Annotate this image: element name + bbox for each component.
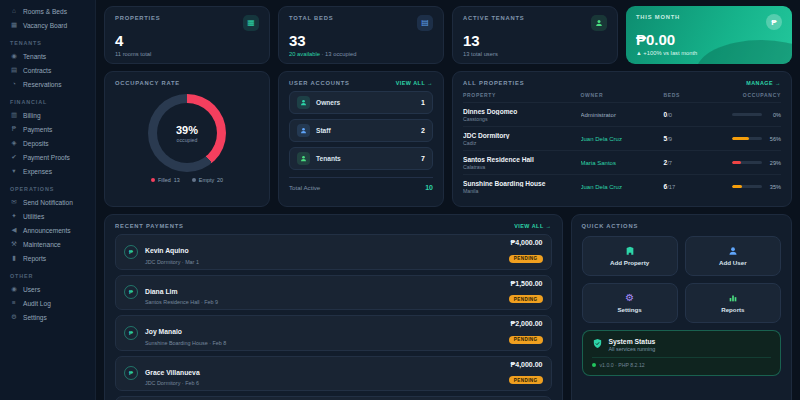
payment-row[interactable]: ₱ Joy ManaloSunshine Boarding House · Fe…: [115, 315, 552, 351]
occupancy-percent: 35%: [766, 184, 781, 190]
shield-check-icon: [592, 338, 603, 349]
sidebar-item-send-notification[interactable]: ✉ Send Notification: [0, 195, 95, 209]
stat-label: TOTAL BEDS: [289, 15, 333, 21]
user-role-label: Tenants: [316, 155, 415, 162]
clock-icon: ◔: [10, 81, 18, 88]
sidebar-item-tenants[interactable]: ◉ Tenants: [0, 49, 95, 63]
payment-amount: ₱2,000.00: [509, 320, 543, 327]
sidebar-item-utilities[interactable]: ✦ Utilities: [0, 209, 95, 223]
property-row[interactable]: Dinnes DogomeoCasstongs Administrator 0/…: [463, 102, 781, 126]
payment-row[interactable]: ₱ Mark BautistaSunshine Boarding House ·…: [115, 396, 552, 400]
version-line: v1.0.0 · PHP 8.2.12: [592, 357, 772, 368]
property-owner: Juan Dela Cruz: [581, 136, 658, 142]
sidebar-item-billing[interactable]: ▥ Billing: [0, 108, 95, 122]
sidebar-item-maintenance[interactable]: ⚒ Maintenance: [0, 237, 95, 251]
sidebar-item-label: Contracts: [23, 67, 51, 74]
user-row-tenants[interactable]: Tenants 7: [289, 147, 433, 170]
sidebar-item-payment-proofs[interactable]: ✔ Payment Proofs: [0, 150, 95, 164]
status-badge: PENDING: [509, 336, 543, 344]
sidebar-item-payments[interactable]: ₱ Payments: [0, 122, 95, 136]
payment-row[interactable]: ₱ Diana LimSantos Residence Hall · Feb 9…: [115, 275, 552, 311]
user-row-owners[interactable]: Owners 1: [289, 91, 433, 114]
user-role-label: Staff: [316, 127, 415, 134]
payment-detail: Sunshine Boarding House · Feb 8: [145, 340, 226, 346]
stat-sub: 11 rooms total: [115, 51, 259, 57]
stat-card-properties: PROPERTIES ▦ 4 11 rooms total: [104, 6, 270, 64]
reports-button[interactable]: Reports: [685, 283, 781, 323]
occupancy-bar: [732, 161, 762, 164]
sidebar-item-vacancy-board[interactable]: ▦ Vacancy Board: [0, 18, 95, 32]
payment-peso-icon: ₱: [124, 366, 138, 380]
payer-name: Grace Villanueva: [145, 369, 200, 376]
tenant-person-icon: [297, 152, 310, 165]
occupancy-bar-fill: [732, 161, 741, 164]
sidebar-item-users[interactable]: ◉ Users: [0, 282, 95, 296]
property-location: Calatrava: [463, 164, 575, 170]
stat-value: 13: [463, 33, 607, 48]
payment-row[interactable]: ₱ Grace VillanuevaJDC Dormitory · Feb 6 …: [115, 356, 552, 392]
occupancy-bar: [732, 113, 762, 116]
quick-action-label: Add User: [719, 259, 747, 266]
property-beds: 0/0: [663, 111, 701, 118]
version-text: v1.0.0 · PHP 8.2.12: [600, 362, 645, 368]
sidebar-item-label: Maintenance: [23, 241, 61, 248]
occupancy-rate-card: OCCUPANCY RATE 39% occupied Filled 13 Em…: [104, 71, 270, 207]
beds-total: /0: [667, 112, 672, 118]
beds-total: /17: [667, 184, 675, 190]
occupancy-percent: 56%: [766, 136, 781, 142]
occupancy-donut: 39% occupied: [148, 94, 226, 172]
wrench-icon: ⚒: [10, 241, 18, 248]
sidebar-item-reservations[interactable]: ◔ Reservations: [0, 77, 95, 91]
payment-row[interactable]: ₱ Kevin AquinoJDC Dormitory · Mar 1 ₱4,0…: [115, 234, 552, 270]
legend-empty: Empty 20: [192, 177, 223, 183]
sidebar-item-label: Settings: [23, 314, 47, 321]
occupancy-percent-label: occupied: [177, 137, 198, 143]
quick-actions-card: QUICK ACTIONS Add Property Add User ⚙: [571, 214, 793, 400]
sidebar-item-label: Send Notification: [23, 199, 73, 206]
card-title: RECENT PAYMENTS: [115, 223, 184, 229]
view-all-payments-link[interactable]: VIEW ALL →: [514, 223, 551, 229]
payment-amount: ₱4,000.00: [509, 239, 543, 246]
stat-value: 4: [115, 33, 259, 48]
sidebar-item-reports[interactable]: ▮ Reports: [0, 251, 95, 265]
add-property-button[interactable]: Add Property: [582, 236, 678, 276]
dashboard-main: PROPERTIES ▦ 4 11 rooms total TOTAL BEDS…: [96, 0, 800, 400]
user-row-staff[interactable]: Staff 2: [289, 119, 433, 142]
sidebar-item-label: Tenants: [23, 53, 46, 60]
payment-peso-icon: ₱: [124, 245, 138, 259]
property-row[interactable]: JDC DormitoryCadiz Juan Dela Cruz 5/9 56…: [463, 126, 781, 150]
recent-payments-card: RECENT PAYMENTS VIEW ALL → ₱ Kevin Aquin…: [104, 214, 563, 400]
bed-glyph: ▤: [421, 19, 429, 27]
sidebar-item-announcements[interactable]: ◀ Announcements: [0, 223, 95, 237]
sidebar-item-label: Rooms & Beds: [23, 8, 67, 15]
user-role-label: Owners: [316, 99, 415, 106]
quick-actions-grid: Add Property Add User ⚙ Settings Rep: [582, 236, 782, 323]
megaphone-icon: ◀: [10, 227, 18, 234]
sidebar-item-label: Announcements: [23, 227, 71, 234]
stat-value: 33: [289, 33, 433, 48]
property-row[interactable]: Santos Residence HallCalatrava Maria San…: [463, 150, 781, 174]
stats-row: PROPERTIES ▦ 4 11 rooms total TOTAL BEDS…: [104, 6, 792, 64]
beds-total: /7: [667, 160, 672, 166]
view-all-users-link[interactable]: VIEW ALL →: [396, 80, 433, 86]
sidebar-item-expenses[interactable]: ▾ Expenses: [0, 164, 95, 178]
payment-detail: JDC Dormitory · Feb 6: [145, 380, 200, 386]
settings-button[interactable]: ⚙ Settings: [582, 283, 678, 323]
card-title: OCCUPANCY RATE: [115, 80, 180, 86]
total-active-label: Total Active: [289, 184, 320, 191]
sidebar-item-label: Billing: [23, 112, 41, 119]
online-dot-icon: [592, 363, 596, 367]
sidebar-item-settings[interactable]: ⚙ Settings: [0, 310, 95, 324]
property-beds: 5/9: [663, 135, 701, 142]
stat-sub: ▲ +100% vs last month: [636, 50, 782, 56]
sidebar-item-deposits[interactable]: ◈ Deposits: [0, 136, 95, 150]
sidebar-item-contracts[interactable]: ▤ Contracts: [0, 63, 95, 77]
stat-label: ACTIVE TENANTS: [463, 15, 524, 21]
sidebar-item-label: Vacancy Board: [23, 22, 67, 29]
manage-properties-link[interactable]: MANAGE →: [746, 80, 781, 86]
sidebar-item-audit-log[interactable]: ≡ Audit Log: [0, 296, 95, 310]
add-user-button[interactable]: Add User: [685, 236, 781, 276]
sidebar-item-rooms-beds[interactable]: ⌂ Rooms & Beds: [0, 4, 95, 18]
sidebar-item-label: Deposits: [23, 140, 49, 147]
property-row[interactable]: Sunshine Boarding HouseManila Juan Dela …: [463, 174, 781, 198]
